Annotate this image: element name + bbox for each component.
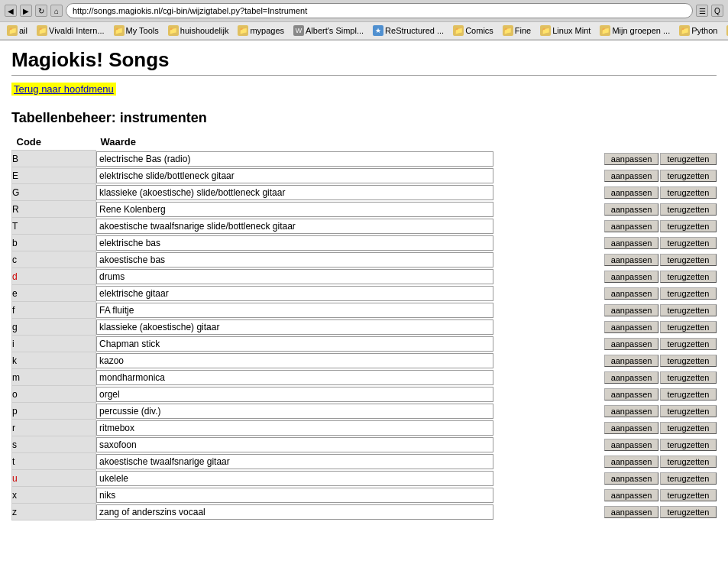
terugzetten-button[interactable]: terugzetten: [660, 371, 716, 384]
aanpassen-button[interactable]: aanpassen: [604, 338, 659, 350]
aanpassen-button[interactable]: aanpassen: [604, 220, 659, 232]
terugzetten-button[interactable]: terugzetten: [660, 237, 716, 249]
terugzetten-button[interactable]: terugzetten: [660, 439, 716, 451]
aanpassen-button[interactable]: aanpassen: [604, 472, 659, 485]
value-cell: [96, 167, 564, 184]
value-input[interactable]: [96, 420, 493, 436]
value-input[interactable]: [96, 235, 493, 251]
aanpassen-button[interactable]: aanpassen: [604, 304, 659, 316]
bookmark-item[interactable]: 📁Vivaldi Intern...: [33, 24, 108, 37]
aanpassen-button[interactable]: aanpassen: [604, 456, 659, 468]
terugzetten-button[interactable]: terugzetten: [660, 186, 716, 199]
code-cell: d: [12, 268, 96, 285]
aanpassen-button[interactable]: aanpassen: [604, 287, 659, 300]
terugzetten-button[interactable]: terugzetten: [660, 153, 716, 165]
terugzetten-button[interactable]: terugzetten: [660, 355, 716, 367]
table-row: Taanpassenterugzetten: [12, 218, 717, 235]
terugzetten-button[interactable]: terugzetten: [660, 287, 716, 300]
table-row: eaanpassenterugzetten: [12, 285, 717, 302]
value-input[interactable]: [96, 269, 493, 284]
terugzetten-button[interactable]: terugzetten: [660, 405, 716, 417]
value-input[interactable]: [96, 252, 493, 268]
bookmark-item[interactable]: 📁huishoudelijk: [164, 24, 233, 37]
aanpassen-button[interactable]: aanpassen: [604, 422, 659, 434]
bookmark-item[interactable]: 📁Comics: [449, 24, 497, 37]
bookmark-icon: ★: [373, 25, 383, 36]
bookmark-icon: 📁: [37, 25, 47, 36]
value-input[interactable]: [96, 319, 493, 335]
aanpassen-button[interactable]: aanpassen: [604, 439, 659, 451]
aanpassen-button[interactable]: aanpassen: [604, 237, 659, 249]
value-input[interactable]: [96, 202, 493, 217]
value-input[interactable]: [96, 336, 493, 352]
back-link-container: Terug naar hoofdmenu: [11, 83, 116, 95]
table-row: daanpassenterugzetten: [12, 268, 717, 285]
value-input[interactable]: [96, 387, 493, 402]
value-input[interactable]: [96, 151, 493, 167]
bookmark-item[interactable]: 📁Mijn groepen ...: [596, 24, 674, 37]
terugzetten-button[interactable]: terugzetten: [660, 321, 716, 333]
terugzetten-button[interactable]: terugzetten: [660, 338, 716, 350]
value-input[interactable]: [96, 488, 493, 503]
terugzetten-button[interactable]: terugzetten: [660, 506, 716, 518]
terugzetten-button[interactable]: terugzetten: [660, 220, 716, 232]
terugzetten-button[interactable]: terugzetten: [660, 304, 716, 316]
bookmark-item[interactable]: 📁Fine: [499, 24, 535, 37]
value-input[interactable]: [96, 471, 493, 486]
terugzetten-button[interactable]: terugzetten: [660, 422, 716, 434]
value-input[interactable]: [96, 437, 493, 452]
aanpassen-button[interactable]: aanpassen: [604, 321, 659, 333]
aanpassen-button[interactable]: aanpassen: [604, 203, 659, 216]
terugzetten-button[interactable]: terugzetten: [660, 254, 716, 266]
aanpassen-button[interactable]: aanpassen: [604, 506, 659, 518]
value-cell: [96, 201, 564, 218]
value-input[interactable]: [96, 185, 493, 200]
terugzetten-button[interactable]: terugzetten: [660, 271, 716, 283]
bookmark-item[interactable]: 📁Programming: [723, 24, 728, 37]
aanpassen-button[interactable]: aanpassen: [604, 153, 659, 165]
table-row: Raanpassenterugzetten: [12, 201, 717, 218]
value-input[interactable]: [96, 168, 493, 183]
terugzetten-button[interactable]: terugzetten: [660, 388, 716, 400]
value-input[interactable]: [96, 303, 493, 318]
aanpassen-button[interactable]: aanpassen: [604, 170, 659, 182]
value-input[interactable]: [96, 404, 493, 419]
aanpassen-button[interactable]: aanpassen: [604, 271, 659, 283]
aanpassen-button[interactable]: aanpassen: [604, 371, 659, 384]
search-button[interactable]: Q: [711, 5, 723, 17]
bookmark-item[interactable]: ★ReStructured ...: [369, 24, 448, 37]
terugzetten-button[interactable]: terugzetten: [660, 456, 716, 468]
terugzetten-button[interactable]: terugzetten: [660, 489, 716, 501]
terugzetten-button[interactable]: terugzetten: [660, 170, 716, 182]
value-input[interactable]: [96, 353, 493, 368]
table-row: saanpassenterugzetten: [12, 436, 717, 453]
bookmark-item[interactable]: WAlbert's Simpl...: [290, 24, 367, 37]
value-cell: [96, 369, 564, 386]
bookmark-item[interactable]: 📁Python: [675, 24, 721, 37]
back-button[interactable]: ◀: [5, 5, 17, 17]
bookmark-item[interactable]: 📁ail: [3, 24, 31, 37]
bookmark-item[interactable]: 📁My Tools: [110, 24, 163, 37]
value-input[interactable]: [96, 504, 493, 520]
aanpassen-button[interactable]: aanpassen: [604, 186, 659, 199]
forward-button[interactable]: ▶: [20, 5, 32, 17]
aanpassen-button[interactable]: aanpassen: [604, 254, 659, 266]
value-input[interactable]: [96, 370, 493, 385]
url-bar[interactable]: [66, 3, 693, 18]
home-button[interactable]: ⌂: [50, 5, 63, 17]
code-cell: R: [12, 201, 96, 218]
menu-button[interactable]: ☰: [696, 5, 708, 17]
aanpassen-button[interactable]: aanpassen: [604, 489, 659, 501]
bookmark-item[interactable]: 📁mypages: [234, 24, 288, 37]
bookmark-item[interactable]: 📁Linux Mint: [536, 24, 594, 37]
value-input[interactable]: [96, 286, 493, 301]
back-link[interactable]: Terug naar hoofdmenu: [11, 83, 116, 96]
aanpassen-button[interactable]: aanpassen: [604, 388, 659, 400]
terugzetten-button[interactable]: terugzetten: [660, 203, 716, 216]
aanpassen-button[interactable]: aanpassen: [604, 355, 659, 367]
terugzetten-button[interactable]: terugzetten: [660, 472, 716, 485]
value-input[interactable]: [96, 454, 493, 469]
aanpassen-button[interactable]: aanpassen: [604, 405, 659, 417]
reload-button[interactable]: ↻: [35, 5, 47, 17]
value-input[interactable]: [96, 219, 493, 234]
